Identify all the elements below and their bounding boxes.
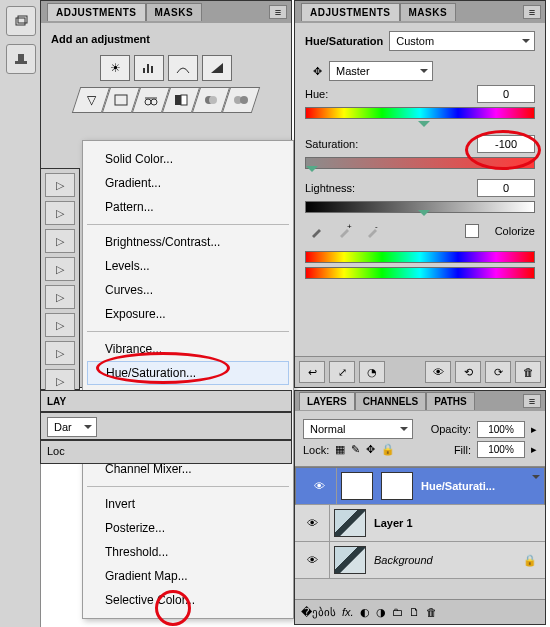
new-layer-icon[interactable]: 🗋 [409, 606, 420, 618]
return-arrow-icon[interactable]: ↩ [299, 361, 325, 383]
colorize-checkbox[interactable] [465, 224, 479, 238]
tab-adjustments[interactable]: ADJUSTMENTS [47, 3, 146, 21]
lock-icon: 🔒 [523, 554, 537, 567]
fill-input[interactable]: 100% [477, 441, 525, 458]
menu-item[interactable]: Pattern... [83, 195, 293, 219]
layer-row[interactable]: 👁Hue/Saturati... [295, 467, 545, 505]
lock-all-icon[interactable]: 🔒 [381, 443, 395, 456]
svg-rect-5 [147, 64, 149, 73]
panel-menu-icon[interactable]: ≡ [269, 5, 287, 19]
menu-item[interactable]: Hue/Saturation... [87, 361, 289, 385]
tab-masks[interactable]: MASKS [146, 3, 203, 21]
new-fill-adjustment-icon[interactable]: ◑ [376, 606, 386, 619]
saturation-label: Saturation: [305, 138, 393, 150]
eyedropper-icon[interactable] [309, 223, 325, 239]
targeted-adjust-icon[interactable]: ✥ [305, 65, 329, 78]
lightness-input[interactable]: 0 [477, 179, 535, 197]
clip-icon[interactable]: ◔ [359, 361, 385, 383]
tab-channels[interactable]: CHANNELS [355, 392, 427, 410]
stamp-icon[interactable] [6, 44, 36, 74]
visibility-eye-icon[interactable]: 👁 [295, 542, 330, 578]
menu-item[interactable]: Exposure... [83, 302, 293, 326]
blend-mode-left[interactable]: Dar [47, 417, 97, 437]
layer-thumbnail[interactable] [334, 509, 366, 537]
menu-item[interactable]: Selective Color... [83, 588, 293, 612]
panel-menu-icon[interactable]: ≡ [523, 5, 541, 19]
menu-item[interactable]: Posterize... [83, 516, 293, 540]
preset-arrow[interactable]: ▷ [45, 313, 75, 337]
visibility-eye-icon[interactable]: 👁 [302, 468, 337, 504]
lock-pixels-icon[interactable]: ✎ [351, 443, 360, 456]
visibility-eye-icon[interactable]: 👁 [295, 505, 330, 541]
layers-tabbar: LAYERS CHANNELS PATHS ≡ [295, 391, 545, 411]
layers-tab-truncated[interactable]: LAY [47, 396, 66, 407]
layer-fx-icon[interactable]: fx. [342, 606, 354, 618]
tab-adjustments[interactable]: ADJUSTMENTS [301, 3, 400, 21]
delete-adjustment-icon[interactable]: 🗑 [515, 361, 541, 383]
channel-select[interactable]: Master [329, 61, 433, 81]
menu-separator [87, 224, 289, 225]
tab-paths[interactable]: PATHS [426, 392, 474, 410]
layer-thumbnail[interactable] [334, 546, 366, 574]
menu-item[interactable]: Solid Color... [83, 147, 293, 171]
preset-arrow[interactable]: ▷ [45, 341, 75, 365]
preset-arrow[interactable]: ▷ [45, 285, 75, 309]
spectrum-top [305, 251, 535, 263]
svg-text:+: + [347, 223, 352, 231]
expand-view-icon[interactable]: ⤢ [329, 361, 355, 383]
menu-item[interactable]: Curves... [83, 278, 293, 302]
eyedropper-plus-icon[interactable]: + [337, 223, 353, 239]
layers-footer: �ების fx. ◐ ◑ 🗀 🗋 🗑 [295, 599, 545, 624]
tool-dock [0, 0, 41, 627]
menu-item[interactable]: Gradient Map... [83, 564, 293, 588]
preset-arrow[interactable]: ▷ [45, 173, 75, 197]
layer-row[interactable]: 👁Background🔒 [295, 542, 545, 579]
chevron-right-icon[interactable]: ▸ [531, 423, 537, 436]
layer-row[interactable]: 👁Layer 1 [295, 505, 545, 542]
spectrum-bottom [305, 267, 535, 279]
link-layers-icon[interactable]: �ების [301, 606, 336, 619]
lightness-slider-handle[interactable] [418, 210, 430, 222]
curves-icon[interactable] [168, 55, 198, 81]
tab-masks[interactable]: MASKS [400, 3, 457, 21]
panel-menu-icon[interactable]: ≡ [523, 394, 541, 408]
tab-layers[interactable]: LAYERS [299, 392, 355, 410]
opacity-input[interactable]: 100% [477, 421, 525, 438]
adjustment-title: Hue/Saturation [305, 35, 383, 47]
menu-item[interactable]: Brightness/Contrast... [83, 230, 293, 254]
preset-select[interactable]: Custom [389, 31, 535, 51]
menu-item[interactable]: Levels... [83, 254, 293, 278]
chevron-right-icon[interactable]: ▸ [531, 443, 537, 456]
preset-arrow[interactable]: ▷ [45, 257, 75, 281]
exposure-icon[interactable] [202, 55, 232, 81]
reset-icon[interactable]: ⟳ [485, 361, 511, 383]
menu-item[interactable]: Invert [83, 492, 293, 516]
restore-down-icon[interactable] [6, 6, 36, 36]
svg-rect-2 [15, 61, 27, 64]
lock-position-icon[interactable]: ✥ [366, 443, 375, 456]
preset-arrow[interactable]: ▷ [45, 201, 75, 225]
preset-arrow[interactable]: ▷ [45, 229, 75, 253]
menu-separator [87, 331, 289, 332]
brightness-icon[interactable]: ☀ [100, 55, 130, 81]
delete-layer-icon[interactable]: 🗑 [426, 606, 437, 618]
hue-slider-handle[interactable] [418, 121, 430, 133]
hue-saturation-panel: ADJUSTMENTS MASKS ≡ Hue/Saturation Custo… [294, 0, 546, 388]
previous-state-icon[interactable]: ⟲ [455, 361, 481, 383]
hue-input[interactable]: 0 [477, 85, 535, 103]
layer-thumbnail[interactable] [341, 472, 373, 500]
toggle-visibility-icon[interactable]: 👁 [425, 361, 451, 383]
eyedropper-minus-icon[interactable]: - [365, 223, 381, 239]
saturation-slider-handle[interactable] [306, 166, 318, 178]
layer-mask-thumbnail[interactable] [381, 472, 413, 500]
menu-item[interactable]: Gradient... [83, 171, 293, 195]
blend-mode-select[interactable]: Normal [303, 419, 413, 439]
saturation-input[interactable]: -100 [477, 135, 535, 153]
new-group-icon[interactable]: 🗀 [392, 606, 403, 618]
lock-transparent-icon[interactable]: ▦ [335, 443, 345, 456]
levels-icon[interactable] [134, 55, 164, 81]
layer-mask-icon[interactable]: ◐ [360, 606, 370, 619]
menu-item[interactable]: Vibrance... [83, 337, 293, 361]
svg-text:-: - [375, 223, 378, 231]
menu-item[interactable]: Threshold... [83, 540, 293, 564]
